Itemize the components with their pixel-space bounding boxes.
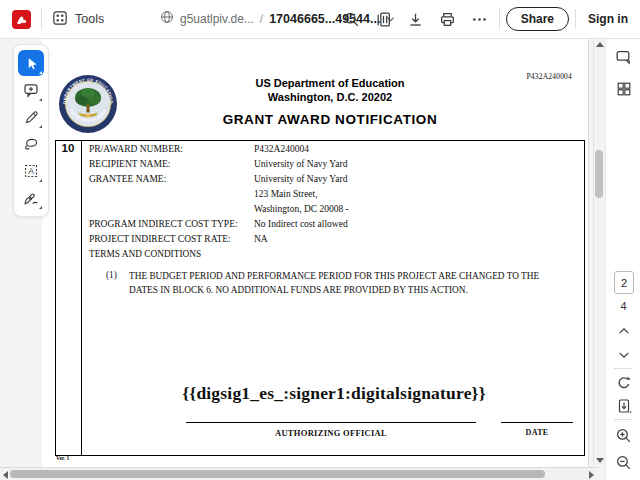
field-value: University of Navy Yard: [254, 174, 347, 184]
pdf-page: DEPARTMENT OF EDUCATION UNITED STATES OF…: [42, 38, 589, 467]
field-value: Washington, DC 20008 -: [254, 204, 349, 214]
next-page-button[interactable]: [606, 344, 640, 366]
tools-grid-icon: [52, 10, 68, 29]
field-row: 123 Main Street,: [89, 189, 578, 203]
grant-form-box: 10 PR/AWARD NUMBER: P432A240004 RECIPIEN…: [55, 140, 585, 456]
terms-heading: TERMS AND CONDITIONS: [89, 249, 201, 259]
text-box-glyph: A: [28, 166, 34, 176]
breadcrumb-site: g5uatlpiv.de...: [180, 12, 254, 26]
document-title: GRANT AWARD NOTIFICATION: [42, 112, 588, 127]
block-cell-divider: [81, 141, 82, 455]
right-side-panel: 2 4: [605, 38, 640, 480]
total-pages-label: 4: [606, 300, 640, 312]
submenu-indicator: [39, 179, 42, 182]
zoom-in-icon[interactable]: [606, 424, 640, 446]
digital-signature-placeholder: {{digsig1_es_:signer1:digitalsignature}}: [56, 383, 584, 404]
globe-icon: [160, 10, 174, 28]
field-label: PROJECT INDIRECT COST RATE:: [89, 234, 231, 244]
add-text-box-tool-button[interactable]: A: [18, 158, 44, 184]
field-row: RECIPIENT NAME: University of Navy Yard: [89, 159, 578, 173]
field-row: PR/AWARD NUMBER: P432A240004: [89, 144, 578, 158]
field-row: Washington, DC 20008 -: [89, 204, 578, 218]
toolbar-divider: [575, 9, 576, 29]
search-icon[interactable]: [339, 6, 365, 32]
breadcrumb-separator: /: [260, 12, 263, 26]
agency-address: Washington, D.C. 20202: [72, 90, 588, 104]
fit-page-icon[interactable]: [606, 395, 640, 417]
panel-divider: [614, 419, 632, 420]
share-button[interactable]: Share: [506, 7, 569, 31]
current-page-input[interactable]: 2: [614, 271, 634, 294]
annotation-tool-palette: A: [13, 44, 49, 217]
panel-divider: [614, 368, 632, 369]
toolbar-divider: [41, 9, 42, 29]
field-label: PROGRAM INDIRECT COST TYPE:: [89, 219, 238, 229]
more-options-icon[interactable]: [467, 6, 493, 32]
field-row: PROGRAM INDIRECT COST TYPE: No Indirect …: [89, 219, 578, 233]
page-thumbnails-icon[interactable]: [606, 78, 640, 100]
agency-name: US Department of Education: [72, 76, 588, 90]
scroll-up-arrow[interactable]: [596, 42, 604, 47]
submenu-indicator: [39, 125, 42, 128]
previous-page-button[interactable]: [606, 320, 640, 342]
toolbar-divider: [499, 9, 500, 29]
field-label: GRANTEE NAME:: [89, 174, 166, 184]
scroll-right-arrow[interactable]: [589, 471, 594, 479]
block-number: 10: [56, 142, 80, 154]
submenu-indicator: [39, 71, 42, 74]
lasso-erase-tool-button[interactable]: [18, 131, 44, 157]
scroll-left-arrow[interactable]: [3, 471, 8, 479]
signature-line: [186, 422, 476, 423]
field-label: PR/AWARD NUMBER:: [89, 144, 183, 154]
tools-label: Tools: [75, 12, 104, 26]
acrobat-window: Tools g5uatlpiv.de... / 17046665...49544…: [0, 0, 640, 480]
submenu-indicator: [39, 206, 42, 209]
field-label: RECIPIENT NAME:: [89, 159, 170, 169]
agency-header: US Department of Education Washington, D…: [42, 76, 588, 104]
field-value: 123 Main Street,: [254, 189, 318, 199]
horizontal-scrollbar[interactable]: [0, 467, 598, 480]
field-value: University of Navy Yard: [254, 159, 347, 169]
select-tool-button[interactable]: [18, 50, 44, 76]
vertical-scrollbar-thumb[interactable]: [595, 150, 603, 198]
top-toolbar: Tools g5uatlpiv.de... / 17046665...49544…: [0, 0, 640, 39]
authorizing-official-label: AUTHORIZING OFFICIAL: [186, 428, 476, 438]
terms-item-number: (1): [106, 270, 117, 280]
terms-item-text: THE BUDGET PERIOD AND PERFORMANCE PERIOD…: [129, 270, 563, 297]
sign-in-button[interactable]: Sign in: [582, 12, 634, 26]
download-icon[interactable]: [403, 6, 429, 32]
rotate-page-icon[interactable]: [606, 372, 640, 394]
acrobat-logo-icon[interactable]: [12, 10, 31, 29]
page-view-icon[interactable]: [371, 6, 397, 32]
date-label: DATE: [501, 428, 573, 437]
field-row: PROJECT INDIRECT COST RATE: NA: [89, 234, 578, 248]
version-label: Ver. 1: [56, 455, 69, 461]
field-value: NA: [254, 234, 268, 244]
field-row: GRANTEE NAME: University of Navy Yard: [89, 174, 578, 188]
horizontal-scrollbar-thumb[interactable]: [10, 470, 545, 478]
submenu-indicator: [39, 98, 42, 101]
fill-sign-tool-button[interactable]: [18, 185, 44, 211]
date-line: [501, 422, 573, 423]
draw-pencil-tool-button[interactable]: [18, 104, 44, 130]
tools-button[interactable]: Tools: [52, 10, 104, 29]
zoom-out-icon[interactable]: [606, 451, 640, 473]
scroll-down-arrow[interactable]: [596, 458, 604, 463]
comments-panel-icon[interactable]: [606, 46, 640, 68]
print-icon[interactable]: [435, 6, 461, 32]
field-value: P432A240004: [254, 144, 309, 154]
comment-tool-button[interactable]: [18, 77, 44, 103]
field-value: No Indirect cost allowed: [254, 219, 348, 229]
